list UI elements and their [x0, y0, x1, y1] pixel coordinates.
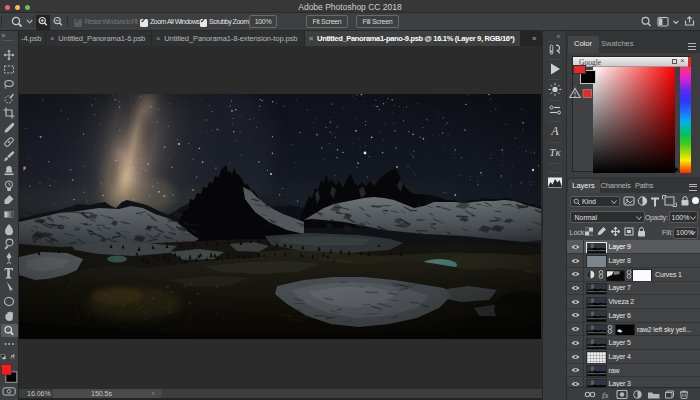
svg-text:fx: fx: [602, 390, 609, 399]
